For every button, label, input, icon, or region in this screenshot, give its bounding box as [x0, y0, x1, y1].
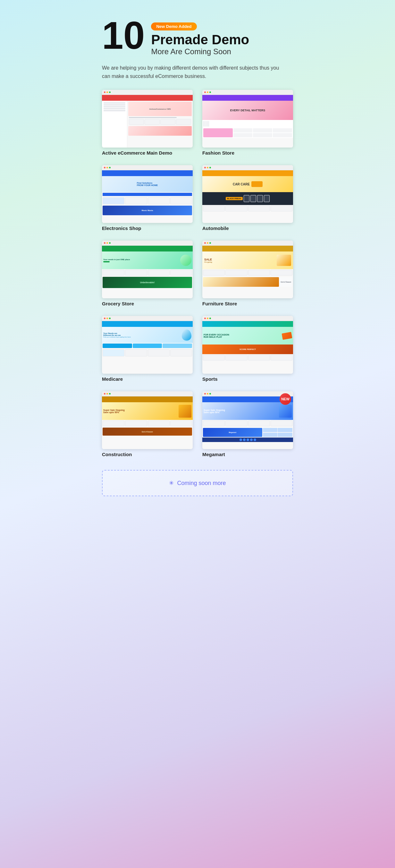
product-grid	[202, 269, 293, 276]
browser-content: SALE On-going End of Season	[202, 246, 293, 298]
demo-item-automobile: CAR CARE BLACK FRIDAY	[202, 165, 293, 231]
product-row-2	[202, 128, 293, 138]
promo-section: Music Mania	[103, 206, 192, 215]
product-cell	[207, 121, 208, 127]
product-cell	[271, 270, 292, 276]
demo-nav	[202, 321, 293, 327]
demo-nav	[202, 170, 293, 176]
demo-thumbnail-automobile[interactable]: CAR CARE BLACK FRIDAY	[202, 165, 293, 223]
demo-thumbnail-main[interactable]: ActiveeCommerce CMS	[102, 90, 193, 148]
promo-banner	[128, 126, 192, 136]
dot-yellow	[106, 317, 108, 319]
product-cell	[271, 206, 292, 211]
main-title: Premade Demo	[151, 32, 249, 47]
dot-red	[104, 91, 105, 93]
product-cell	[148, 349, 170, 356]
shoe-image	[282, 332, 292, 340]
excavator-image	[178, 405, 191, 417]
product-cell	[225, 206, 247, 211]
product-cell	[148, 421, 170, 426]
demo-nav	[202, 246, 293, 251]
browser-content: Super Sale OngoingSave upto 50% End of S…	[102, 397, 193, 449]
dot-green	[209, 393, 211, 395]
product-cell	[271, 355, 292, 361]
product-cell	[206, 121, 206, 127]
demo-item-furniture: SALE On-going End of Season	[202, 241, 293, 306]
product-cell	[170, 197, 192, 204]
hero-text-area: Your needs in just ONE place	[103, 258, 179, 262]
demo-item-fashion: EVERY DETAIL MATTERS	[202, 90, 293, 156]
hero-text: CAR CARE	[233, 183, 250, 186]
demo-thumbnail-megamart[interactable]: NEW Super Sale OngoingSave upto 50%	[202, 391, 293, 449]
browser-content: Find SolutionsFROM YOUR HOME Music Mania	[102, 170, 193, 223]
product-cell	[248, 270, 270, 276]
mini-item	[263, 433, 278, 437]
product-cell	[203, 206, 225, 211]
demo-thumbnail-fashion[interactable]: EVERY DETAIL MATTERS	[202, 90, 293, 148]
browser-content: ActiveeCommerce CMS	[102, 95, 193, 148]
demo-thumbnail-construction[interactable]: Super Sale OngoingSave upto 50% End of S…	[102, 391, 193, 449]
product-cell	[208, 121, 209, 127]
browser-content: FOR EVERY OCCASIONRUN WALK PLAY SCORE PE…	[202, 321, 293, 374]
mini-browser-medicare: Your Needs areDifferent.So are we Order …	[102, 316, 193, 374]
cta-button	[103, 261, 110, 262]
header-section: 10 New Demo Added Premade Demo More Are …	[102, 19, 293, 56]
demo-nav	[102, 95, 193, 101]
sub-text: Order your medicines & just anything fro…	[103, 336, 180, 338]
dot-green	[209, 317, 211, 319]
product-cell	[257, 195, 263, 202]
product-cell	[225, 355, 247, 361]
hero-area: SALE On-going	[202, 251, 293, 269]
hero-text: Find SolutionsFROM YOUR HOME	[137, 182, 158, 186]
product-row	[202, 120, 293, 128]
product-cell	[125, 421, 147, 426]
product-cell	[225, 270, 247, 276]
mini-browser-main: ActiveeCommerce CMS	[102, 90, 193, 148]
hero-image	[182, 330, 191, 341]
product-cell	[144, 119, 160, 125]
demo-thumbnail-sports[interactable]: FOR EVERY OCCASIONRUN WALK PLAY SCORE PE…	[202, 316, 293, 374]
demo-thumbnail-grocery[interactable]: Your needs in just ONE place Unbelievabl…	[102, 241, 193, 298]
mini-item	[253, 133, 272, 137]
dot-yellow	[207, 242, 208, 244]
product-cell	[103, 270, 124, 276]
demo-thumbnail-electronics[interactable]: Find SolutionsFROM YOUR HOME Music Mania	[102, 165, 193, 223]
hero-area: FOR EVERY OCCASIONRUN WALK PLAY	[202, 327, 293, 344]
product-cell	[225, 421, 247, 426]
category-item	[103, 344, 132, 348]
spinner-icon: ✳	[169, 479, 174, 487]
product-cell	[204, 121, 205, 127]
product-cell	[125, 270, 147, 276]
demo-label-fashion: Fashion Store	[202, 150, 293, 156]
demo-item-megamart: NEW Super Sale OngoingSave upto 50%	[202, 391, 293, 457]
product-cell	[248, 421, 270, 426]
icon-row	[202, 437, 293, 442]
mini-item	[278, 428, 292, 432]
demo-nav	[102, 170, 193, 176]
black-friday-badge: BLACK FRIDAY	[226, 197, 242, 200]
mini-browser-grocery: Your needs in just ONE place Unbelievabl…	[102, 241, 193, 298]
demo-thumbnail-medicare[interactable]: Your Needs areDifferent.So are we Order …	[102, 316, 193, 374]
demo-nav	[102, 321, 193, 327]
header-text-block: New Demo Added Premade Demo More Are Com…	[151, 19, 249, 56]
hero-banner: ActiveeCommerce CMS	[128, 102, 192, 116]
browser-chrome	[202, 241, 293, 246]
hero-text-area: FOR EVERY OCCASIONRUN WALK PLAY	[204, 334, 282, 338]
demo-nav	[102, 397, 193, 402]
product-grid	[202, 354, 293, 361]
demo-label-grocery: Grocery Store	[102, 301, 193, 306]
demo-label-construction: Construction	[102, 452, 193, 457]
hero-text: Your needs in just ONE place	[103, 258, 179, 260]
product-cell	[244, 195, 250, 202]
demo-nav	[202, 95, 293, 101]
dot-red	[204, 317, 206, 319]
dot-green	[109, 91, 110, 93]
demo-thumbnail-furniture[interactable]: SALE On-going End of Season	[202, 241, 293, 298]
dot-green	[209, 242, 211, 244]
browser-content: EVERY DETAIL MATTERS	[202, 95, 293, 148]
dot-green	[209, 91, 211, 93]
product-cell	[248, 355, 270, 361]
sidebar-item	[104, 110, 125, 111]
category-item	[163, 344, 192, 348]
product-grid	[102, 197, 193, 205]
